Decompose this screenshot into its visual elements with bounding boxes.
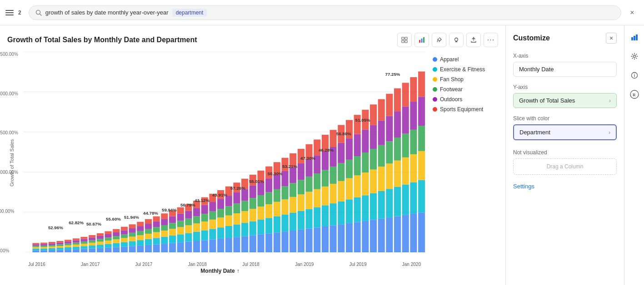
svg-rect-92: [129, 236, 136, 241]
svg-rect-308: [418, 151, 425, 180]
chart-svg: 52.96% 62.82% 50.67% 55.60% 51.94% 44.78…: [24, 52, 425, 252]
insight-button[interactable]: [449, 33, 464, 47]
close-button[interactable]: ×: [626, 6, 639, 19]
svg-rect-63: [89, 240, 95, 242]
svg-rect-194: [265, 204, 272, 218]
svg-rect-59: [80, 237, 87, 239]
svg-rect-290: [394, 161, 401, 187]
svg-rect-214: [290, 167, 296, 183]
svg-rect-222: [306, 229, 313, 252]
svg-rect-30: [49, 250, 55, 252]
svg-rect-207: [281, 186, 288, 199]
svg-rect-193: [265, 218, 272, 233]
search-tag[interactable]: department: [172, 9, 207, 17]
grid-view-button[interactable]: [397, 33, 412, 47]
x-axis-selector[interactable]: Monthly Date: [513, 62, 617, 77]
svg-rect-153: [209, 211, 216, 220]
settings-link[interactable]: Settings: [513, 183, 534, 190]
svg-rect-196: [265, 178, 272, 192]
y-axis-section-label: Y-axis: [513, 84, 617, 90]
hamburger-icon[interactable]: [5, 10, 14, 15]
x-axis-selector-value: Monthly Date: [519, 66, 554, 73]
svg-rect-282: [386, 217, 393, 252]
svg-rect-72: [105, 248, 112, 252]
x-tick-7: Jan 2020: [402, 262, 421, 267]
svg-rect-298: [402, 107, 409, 134]
svg-rect-195: [265, 192, 272, 204]
svg-rect-106: [145, 224, 152, 229]
svg-rect-89: [121, 227, 128, 231]
sidebar-bar-chart-icon[interactable]: [627, 30, 642, 44]
svg-rect-192: [265, 233, 272, 252]
svg-rect-96: [137, 246, 144, 252]
svg-rect-122: [169, 229, 176, 236]
svg-rect-80: [113, 239, 120, 243]
sidebar-settings-icon[interactable]: [627, 49, 642, 64]
svg-rect-24: [40, 250, 47, 252]
svg-rect-220: [298, 163, 305, 180]
y-axis-selector-value: Growth of Total Sales: [519, 97, 575, 104]
svg-rect-156: [217, 239, 224, 252]
svg-rect-280: [378, 121, 385, 145]
svg-rect-8: [423, 37, 424, 43]
svg-rect-93: [129, 233, 136, 237]
svg-rect-289: [394, 187, 401, 216]
svg-rect-139: [193, 232, 200, 241]
svg-rect-58: [80, 239, 87, 241]
more-options-button[interactable]: ···: [484, 33, 498, 47]
y-axis-labels: 2,500.00% 2,000.00% 1,500.00% 1,000.00% …: [0, 52, 18, 253]
svg-rect-45: [65, 244, 71, 246]
sidebar-r-icon[interactable]: R: [627, 87, 642, 102]
export-button[interactable]: [466, 33, 481, 47]
customize-close-button[interactable]: ×: [606, 33, 617, 44]
svg-rect-40: [56, 242, 63, 244]
svg-rect-213: [290, 183, 296, 197]
svg-text:47.30%: 47.30%: [300, 156, 315, 161]
svg-rect-68: [97, 241, 104, 245]
svg-rect-276: [378, 219, 385, 252]
svg-rect-109: [153, 238, 160, 244]
svg-rect-288: [394, 216, 401, 252]
legend-item-sports: Sports Equipment: [433, 106, 498, 113]
svg-rect-129: [177, 221, 184, 227]
legend-item-fanshop: Fan Shop: [433, 76, 498, 83]
svg-rect-85: [121, 242, 128, 246]
svg-rect-242: [330, 184, 337, 203]
svg-rect-190: [257, 182, 264, 195]
svg-rect-101: [137, 222, 144, 226]
sidebar-info-icon[interactable]: [627, 68, 642, 83]
svg-rect-205: [281, 215, 288, 231]
svg-rect-97: [137, 240, 144, 246]
drag-column-target[interactable]: Drag a Column: [513, 158, 617, 175]
svg-rect-162: [225, 238, 232, 252]
svg-text:59.94%: 59.94%: [162, 207, 177, 212]
svg-rect-65: [89, 235, 95, 237]
y-tick-0: 0.00%: [0, 248, 18, 253]
slice-selector[interactable]: Department ›: [513, 124, 617, 140]
svg-rect-105: [145, 229, 152, 234]
svg-rect-219: [298, 180, 305, 194]
search-bar[interactable]: growth of sales by date monthly year-ove…: [29, 5, 621, 20]
pin-button[interactable]: [432, 33, 446, 47]
svg-rect-277: [378, 191, 385, 219]
svg-rect-119: [161, 213, 168, 219]
svg-rect-243: [330, 167, 337, 184]
y-axis-selector[interactable]: Growth of Total Sales ›: [513, 93, 617, 108]
x-tick-4: Jul 2018: [242, 262, 260, 267]
customize-title: Customize: [513, 34, 550, 42]
chart-type-button[interactable]: [414, 33, 429, 47]
svg-rect-254: [346, 178, 353, 200]
svg-rect-224: [306, 192, 313, 209]
svg-rect-180: [250, 235, 256, 252]
sort-icon[interactable]: ↑: [237, 268, 240, 274]
svg-rect-103: [145, 239, 152, 245]
svg-rect-121: [169, 236, 176, 243]
svg-rect-131: [177, 207, 184, 214]
svg-rect-2: [402, 37, 404, 39]
svg-text:46.28%: 46.28%: [319, 147, 334, 152]
svg-rect-134: [185, 225, 192, 233]
legend-dot-outdoors: [433, 97, 437, 102]
svg-point-343: [634, 74, 634, 74]
svg-rect-256: [346, 138, 353, 160]
svg-rect-114: [161, 244, 168, 252]
